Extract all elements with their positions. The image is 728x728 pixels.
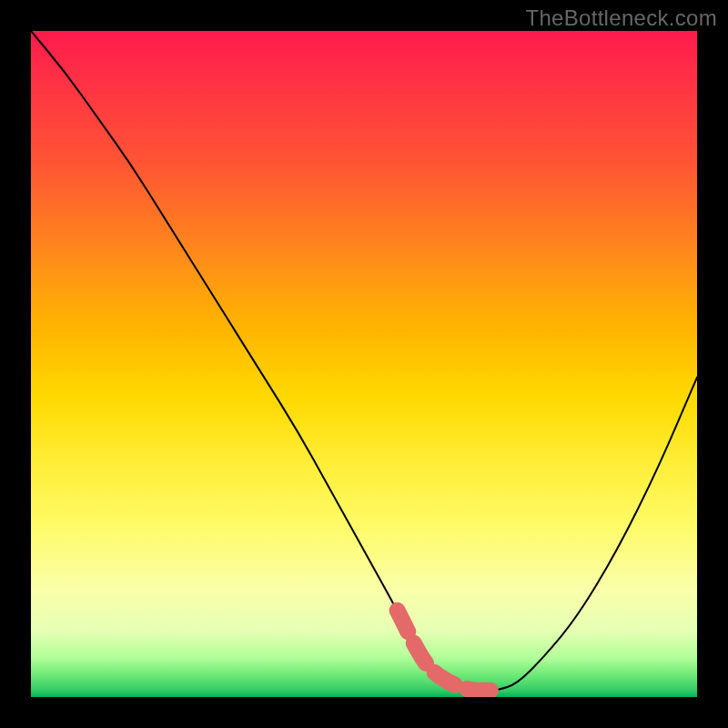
watermark-text: TheBottleneck.com [525,5,717,31]
bottleneck-curve [31,31,697,691]
plot-area [31,31,697,697]
curve-layer [31,31,697,697]
chart-frame: TheBottleneck.com [0,0,728,728]
optimal-range-band [398,611,490,691]
